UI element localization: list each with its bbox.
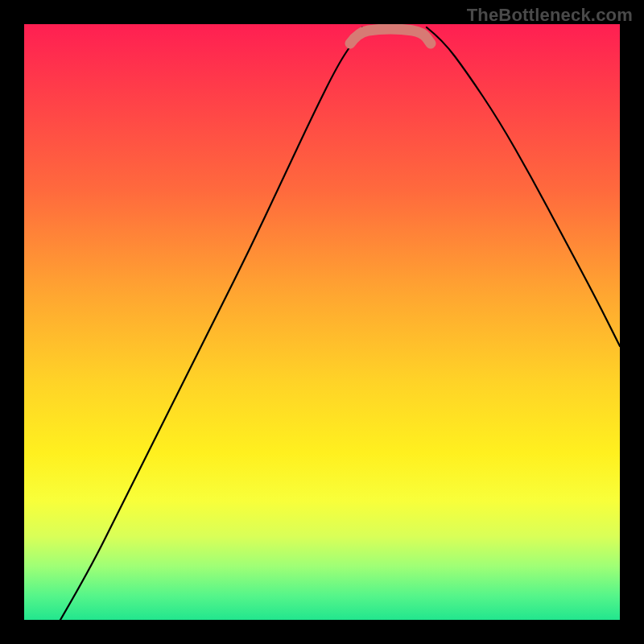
curve-layer [24, 24, 620, 620]
plot-area [24, 24, 620, 620]
watermark-text: TheBottleneck.com [467, 5, 633, 26]
sweet-spot-band [350, 29, 431, 43]
bottleneck-curve-left [60, 27, 362, 620]
chart-stage: TheBottleneck.com [0, 0, 644, 644]
bottleneck-curve-right [427, 27, 620, 346]
